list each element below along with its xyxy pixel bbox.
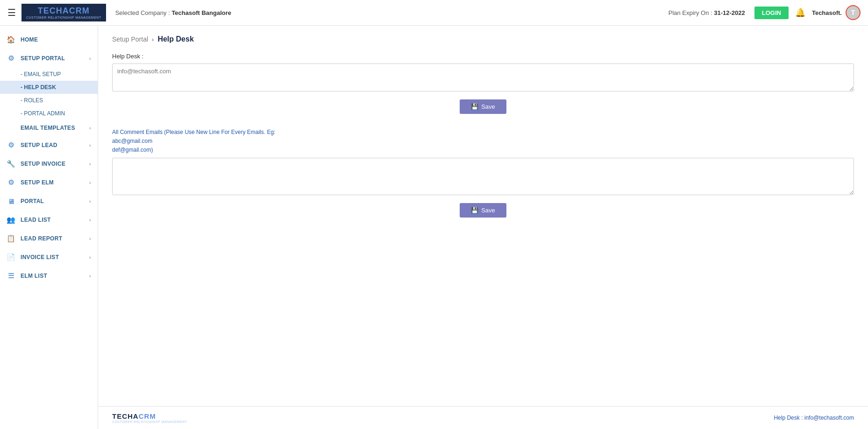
lead-list-icon: 👥: [7, 215, 16, 225]
login-button[interactable]: LOGIN: [754, 7, 789, 19]
logo-text: TECHACRM: [38, 6, 90, 16]
elm-list-icon: ☰: [7, 271, 16, 281]
logo-part2: CRM: [69, 6, 90, 15]
sidebar-sub-item-portal-admin[interactable]: - PORTAL ADMIN: [0, 107, 98, 120]
user-info[interactable]: Techasoft. T: [812, 5, 861, 20]
header: ☰ TECHACRM CUSTOMER RELATIONSHIP MANAGEM…: [0, 0, 868, 26]
selected-company-label: Selected Company :: [115, 9, 172, 16]
logo: TECHACRM CUSTOMER RELATIONSHIP MANAGEMEN…: [21, 4, 106, 21]
sidebar-item-label: SETUP LEAD: [21, 142, 57, 148]
chevron-right-icon: ›: [89, 273, 91, 279]
logo-part1: TECHA: [38, 6, 69, 15]
save-btn-container-2: 💾 Save: [112, 203, 854, 218]
sidebar-sub-item-email-setup[interactable]: - EMAIL SETUP: [0, 68, 98, 81]
lead-report-icon: 📋: [7, 234, 16, 243]
menu-icon[interactable]: ☰: [7, 7, 16, 18]
chevron-right-icon: ›: [89, 180, 91, 185]
selected-company: Selected Company : Techasoft Bangalore: [115, 9, 669, 16]
comment-info-line1: All Comment Emails (Please Use New Line …: [112, 129, 275, 135]
layout: 🏠 HOME ⚙ SETUP PORTAL › - EMAIL SETUP - …: [0, 26, 868, 429]
sidebar-item-label: SETUP PORTAL: [21, 55, 65, 62]
sidebar-item-label: PORTAL: [21, 198, 44, 204]
sidebar-item-invoice-list[interactable]: 📄 INVOICE LIST ›: [0, 248, 98, 267]
save-button-2[interactable]: 💾 Save: [460, 203, 506, 218]
setup-elm-icon: ⚙: [7, 178, 16, 187]
footer-helpdesk-label: Help Desk :: [774, 415, 804, 421]
user-name: Techasoft.: [812, 9, 842, 16]
sidebar: 🏠 HOME ⚙ SETUP PORTAL › - EMAIL SETUP - …: [0, 26, 98, 429]
roles-label: - ROLES: [21, 97, 43, 104]
help-desk-input[interactable]: [112, 63, 854, 91]
sidebar-item-email-templates[interactable]: EMAIL TEMPLATES ›: [0, 120, 98, 136]
home-icon: 🏠: [7, 35, 16, 44]
sidebar-item-home[interactable]: 🏠 HOME: [0, 30, 98, 49]
avatar: T: [846, 5, 861, 20]
save-icon-1: 💾: [471, 103, 478, 110]
email-setup-label: - EMAIL SETUP: [21, 71, 61, 77]
plan-expiry-label: Plan Expiry On :: [669, 9, 714, 16]
breadcrumb-separator: ›: [152, 36, 154, 43]
sidebar-sub-item-roles[interactable]: - ROLES: [0, 94, 98, 107]
header-right: LOGIN 🔔 Techasoft. T: [754, 5, 861, 20]
comment-emails-info: All Comment Emails (Please Use New Line …: [112, 128, 854, 155]
bell-icon[interactable]: 🔔: [795, 7, 805, 18]
sidebar-item-label: LEAD LIST: [21, 217, 51, 223]
help-desk-label: Help Desk :: [112, 53, 854, 60]
setup-portal-icon: ⚙: [7, 54, 16, 63]
sidebar-item-lead-report[interactable]: 📋 LEAD REPORT ›: [0, 229, 98, 248]
comment-emails-section: All Comment Emails (Please Use New Line …: [112, 128, 854, 218]
footer-logo-part1: TECHA: [112, 412, 139, 420]
email-templates-label: EMAIL TEMPLATES: [21, 125, 75, 131]
breadcrumb-current: Help Desk: [157, 35, 193, 43]
invoice-list-icon: 📄: [7, 253, 16, 262]
sidebar-item-label: SETUP ELM: [21, 179, 54, 186]
comment-emails-input[interactable]: [112, 158, 854, 195]
footer-logo: TECHACRM CUSTOMER RELATIONSHIP MANAGEMEN…: [112, 412, 187, 423]
save-icon-2: 💾: [471, 207, 478, 214]
portal-icon: 🖥: [7, 197, 16, 206]
breadcrumb: Setup Portal › Help Desk: [112, 35, 854, 43]
save-button-1[interactable]: 💾 Save: [460, 99, 506, 114]
sidebar-item-setup-invoice[interactable]: 🔧 SETUP INVOICE ›: [0, 155, 98, 173]
sidebar-item-label: LEAD REPORT: [21, 235, 62, 242]
footer-helpdesk-email[interactable]: info@techasoft.com: [804, 415, 854, 421]
footer-logo-part2: CRM: [139, 412, 156, 420]
save-label-2: Save: [481, 207, 495, 214]
chevron-right-icon: ›: [89, 198, 91, 204]
chevron-right-icon: ›: [89, 142, 91, 148]
chevron-right-icon: ›: [89, 217, 91, 223]
footer-logo-subtitle: CUSTOMER RELATIONSHIP MANAGEMENT: [112, 420, 187, 423]
sidebar-item-label: INVOICE LIST: [21, 254, 59, 260]
comment-info-line2: abc@gmail.com: [112, 138, 152, 144]
sidebar-item-lead-list[interactable]: 👥 LEAD LIST ›: [0, 211, 98, 229]
portal-admin-label: - PORTAL ADMIN: [21, 110, 65, 117]
setup-invoice-icon: 🔧: [7, 159, 16, 169]
save-btn-container-1: 💾 Save: [112, 99, 854, 114]
setup-lead-icon: ⚙: [7, 141, 16, 150]
footer-helpdesk: Help Desk : info@techasoft.com: [774, 415, 854, 421]
footer-logo-text: TECHACRM: [112, 412, 156, 420]
chevron-right-icon: ›: [89, 236, 91, 241]
help-desk-label: - HELP DESK: [21, 84, 56, 91]
plan-expiry-value: 31-12-2022: [714, 9, 745, 16]
save-label-1: Save: [481, 103, 495, 110]
sidebar-sub-item-help-desk[interactable]: - HELP DESK: [0, 81, 98, 94]
help-desk-section: Help Desk : 💾 Save: [112, 53, 854, 114]
chevron-right-icon: ›: [89, 254, 91, 260]
sidebar-item-setup-elm[interactable]: ⚙ SETUP ELM ›: [0, 173, 98, 192]
main-content: Setup Portal › Help Desk Help Desk : 💾 S…: [98, 26, 868, 406]
sidebar-item-setup-portal[interactable]: ⚙ SETUP PORTAL ›: [0, 49, 98, 68]
sidebar-item-setup-lead[interactable]: ⚙ SETUP LEAD ›: [0, 136, 98, 155]
selected-company-value: Techasoft Bangalore: [171, 9, 231, 16]
sidebar-item-portal[interactable]: 🖥 PORTAL ›: [0, 192, 98, 211]
plan-expiry: Plan Expiry On : 31-12-2022: [669, 9, 745, 16]
chevron-right-icon: ›: [89, 125, 91, 131]
chevron-right-icon: ›: [89, 161, 91, 167]
sidebar-item-label: ELM LIST: [21, 273, 47, 279]
chevron-right-icon: ›: [89, 56, 91, 61]
sidebar-item-elm-list[interactable]: ☰ ELM LIST ›: [0, 267, 98, 285]
sidebar-item-label: HOME: [21, 36, 38, 43]
comment-info-line3: def@gmail.com): [112, 147, 153, 153]
logo-subtitle: CUSTOMER RELATIONSHIP MANAGEMENT: [26, 16, 101, 19]
breadcrumb-parent[interactable]: Setup Portal: [112, 35, 148, 43]
